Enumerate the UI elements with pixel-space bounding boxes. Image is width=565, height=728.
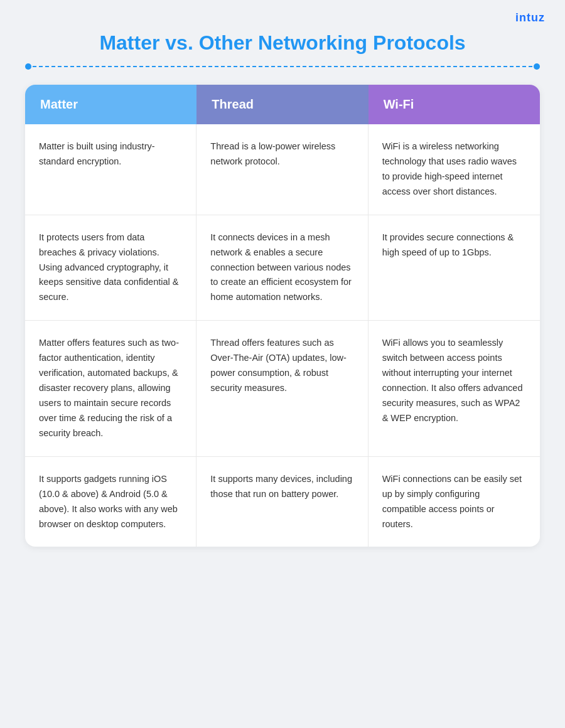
header-wifi: Wi-Fi (369, 85, 540, 124)
table-row: Thread offers features such as Over-The-… (196, 321, 368, 456)
table-header: Matter Thread Wi-Fi (25, 85, 540, 124)
table-row: WiFi is a wireless networking technology… (369, 124, 540, 215)
comparison-table: Matter Thread Wi-Fi Matter is built usin… (25, 85, 540, 547)
intuz-logo: intuz (515, 11, 545, 24)
dotted-divider (25, 63, 540, 70)
table-row: It supports many devices, including thos… (196, 457, 368, 547)
table-row: It connects devices in a mesh network & … (196, 215, 368, 321)
table-row: WiFi connections can be easily set up by… (369, 457, 540, 547)
table-row: It supports gadgets running iOS (10.0 & … (25, 457, 196, 547)
header-thread: Thread (196, 85, 368, 124)
dot-right (534, 63, 540, 70)
table-row: Thread is a low-power wireless network p… (196, 124, 368, 215)
table-body: Matter is built using industry- standard… (25, 124, 540, 547)
header-matter: Matter (25, 85, 196, 124)
table-row: Matter is built using industry- standard… (25, 124, 196, 215)
dot-left (25, 63, 31, 70)
dot-line (33, 66, 532, 67)
page-title: Matter vs. Other Networking Protocols (25, 31, 540, 55)
table-row: Matter offers features such as two-facto… (25, 321, 196, 456)
table-row: WiFi allows you to seamlessly switch bet… (369, 321, 540, 456)
table-row: It protects users from data breaches & p… (25, 215, 196, 321)
table-row: It provides secure connections & high sp… (369, 215, 540, 321)
